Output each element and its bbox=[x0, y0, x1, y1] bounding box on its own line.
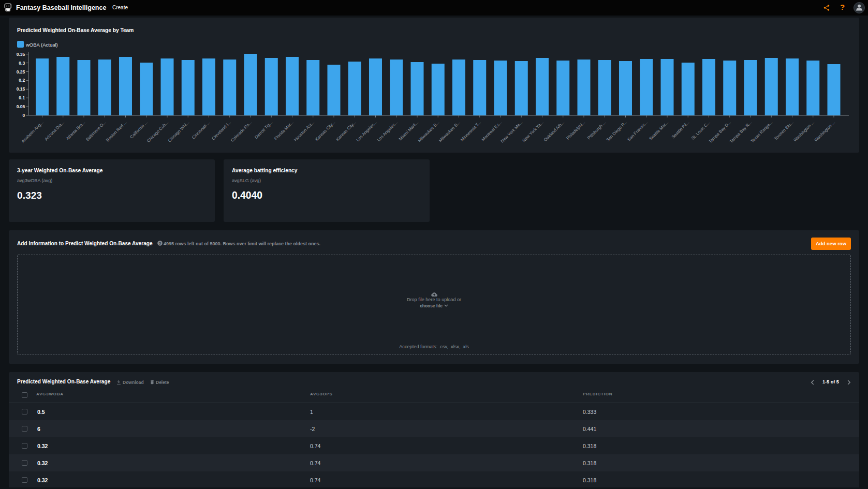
svg-text:Los Angeles...: Los Angeles... bbox=[355, 120, 378, 142]
svg-text:Florida Mar...: Florida Mar... bbox=[273, 120, 295, 141]
svg-text:San Diego P...: San Diego P... bbox=[605, 120, 628, 142]
svg-text:0.35: 0.35 bbox=[17, 52, 25, 57]
svg-text:San Francis...: San Francis... bbox=[626, 120, 649, 142]
svg-text:Kansas City...: Kansas City... bbox=[314, 120, 336, 142]
svg-text:New York Me...: New York Me... bbox=[499, 120, 524, 144]
svg-text:Arizona Dia...: Arizona Dia... bbox=[43, 120, 65, 141]
svg-text:Anaheim Ang...: Anaheim Ang... bbox=[20, 120, 45, 144]
svg-text:0: 0 bbox=[22, 113, 25, 118]
svg-text:Kansas City...: Kansas City... bbox=[335, 120, 357, 142]
svg-text:Oakland Ath...: Oakland Ath... bbox=[542, 120, 565, 142]
svg-text:Cleveland I...: Cleveland I... bbox=[211, 120, 232, 141]
svg-text:Milwaukee B...: Milwaukee B... bbox=[438, 120, 461, 143]
svg-text:Seattle Mar...: Seattle Mar... bbox=[648, 120, 670, 141]
svg-text:Seattle Pil...: Seattle Pil... bbox=[670, 120, 690, 139]
svg-text:Minnesota T...: Minnesota T... bbox=[460, 120, 482, 142]
svg-text:0.1: 0.1 bbox=[19, 95, 25, 100]
svg-text:Tampa Bay R...: Tampa Bay R... bbox=[728, 120, 753, 144]
svg-text:Washington ...: Washington ... bbox=[792, 120, 815, 142]
svg-text:Milwaukee B...: Milwaukee B... bbox=[417, 120, 440, 143]
svg-text:California ...: California ... bbox=[129, 120, 149, 139]
svg-text:0.15: 0.15 bbox=[17, 86, 25, 92]
svg-text:0.05: 0.05 bbox=[17, 104, 25, 109]
svg-text:Los Angeles...: Los Angeles... bbox=[376, 120, 399, 142]
svg-text:Toronto Blu...: Toronto Blu... bbox=[773, 120, 795, 141]
svg-text:Baltimore O...: Baltimore O... bbox=[85, 120, 107, 142]
svg-text:Texas Range...: Texas Range... bbox=[749, 120, 773, 143]
svg-text:Atlanta Bra...: Atlanta Bra... bbox=[65, 120, 86, 141]
svg-text:Boston Red ...: Boston Red ... bbox=[105, 120, 128, 142]
svg-text:Miami Marli...: Miami Marli... bbox=[398, 120, 419, 141]
svg-text:Philadelphi...: Philadelphi... bbox=[565, 120, 586, 141]
svg-text:0.2: 0.2 bbox=[19, 78, 25, 83]
svg-text:Chicago Cub...: Chicago Cub... bbox=[146, 120, 170, 143]
svg-text:0.25: 0.25 bbox=[17, 69, 25, 75]
svg-text:Cincinnati ...: Cincinnati ... bbox=[191, 120, 211, 140]
svg-text:Colorado Ro...: Colorado Ro... bbox=[230, 120, 253, 143]
svg-text:Detroit Tig...: Detroit Tig... bbox=[254, 120, 274, 140]
svg-text:Montreal Ex...: Montreal Ex... bbox=[480, 120, 503, 142]
svg-text:?: ? bbox=[159, 241, 161, 246]
svg-text:Houston Ast...: Houston Ast... bbox=[293, 120, 316, 142]
svg-text:Chicago Whi...: Chicago Whi... bbox=[167, 120, 190, 143]
svg-text:0.3: 0.3 bbox=[19, 61, 25, 66]
svg-text:New York Ya...: New York Ya... bbox=[521, 120, 545, 143]
svg-text:St. Louis C...: St. Louis C... bbox=[690, 120, 711, 141]
svg-text:Pittsburgh ...: Pittsburgh ... bbox=[586, 120, 607, 140]
svg-text:Washington ...: Washington ... bbox=[813, 120, 836, 142]
